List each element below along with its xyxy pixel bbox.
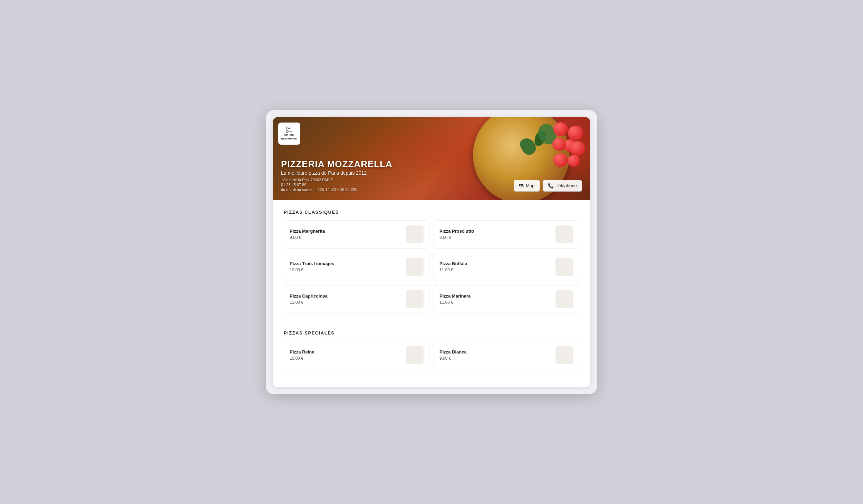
list-item[interactable]: Pizza Trois fromages 10.00 € (284, 253, 429, 281)
list-item[interactable]: Pizza Marinara 11.00 € (434, 285, 579, 313)
section-speciales: PIZZAS SPECIALES Pizza Reine 10.00 € Piz… (284, 330, 579, 369)
menu-item-image (406, 346, 424, 364)
list-item[interactable]: Pizza Capricciosa 11.00 € (284, 285, 429, 313)
menu-item-info: Pizza Marinara 11.00 € (439, 293, 471, 305)
tomato-7 (553, 153, 568, 167)
hero-section: HIB UTIK RESTAURANT PIZZERIA MOZZARELLA … (273, 117, 590, 200)
menu-item-name: Pizza Reine (290, 349, 314, 355)
menu-item-price: 11.00 € (439, 268, 467, 272)
hero-title: PIZZERIA MOZZARELLA (281, 159, 392, 169)
svg-point-0 (286, 127, 288, 129)
restaurant-card: HIB UTIK RESTAURANT PIZZERIA MOZZARELLA … (273, 117, 590, 387)
list-item[interactable]: Pizza Margherita 9.00 € (284, 220, 429, 249)
menu-item-name: Pizza Bianca (439, 349, 467, 355)
menu-item-info: Pizza Prosciutto 9.00 € (439, 229, 474, 240)
menu-section: PIZZAS CLASSIQUES Pizza Margherita 9.00 … (273, 200, 590, 387)
tomato-6 (568, 155, 580, 167)
menu-item-info: Pizza Trois fromages 10.00 € (290, 261, 334, 272)
telephone-button[interactable]: 📞 Téléphone (543, 180, 582, 192)
telephone-button-label: Téléphone (556, 183, 577, 188)
menu-item-name: Pizza Buffala (439, 261, 467, 266)
menu-item-info: Pizza Capricciosa 11.00 € (290, 293, 328, 305)
hero-subtitle: La meilleure pizza de Paris depuis 2012 (281, 170, 392, 176)
menu-item-price: 10.00 € (290, 356, 314, 361)
menu-item-name: Pizza Prosciutto (439, 229, 474, 234)
map-icon: 🗺 (519, 183, 524, 188)
menu-item-price: 11.00 € (290, 300, 328, 305)
hero-content: PIZZERIA MOZZARELLA La meilleure pizza d… (281, 159, 392, 192)
tomato-plate (539, 120, 587, 190)
menu-item-image (406, 225, 424, 243)
tomato-2 (553, 122, 568, 136)
menu-item-image (406, 290, 424, 308)
tomato-5 (552, 138, 566, 151)
menu-item-name: Pizza Margherita (290, 229, 325, 234)
hero-hours: du mardi au samedi - 12h-14h30 / 19h30-2… (281, 187, 392, 192)
menu-item-price: 11.00 € (439, 300, 471, 305)
menu-item-info: Pizza Reine 10.00 € (290, 349, 314, 361)
tomato-4 (570, 141, 585, 156)
svg-line-3 (288, 131, 292, 132)
menu-item-name: Pizza Marinara (439, 293, 471, 299)
svg-line-2 (288, 128, 292, 129)
hero-buttons: 🗺 Map 📞 Téléphone (514, 180, 582, 192)
menu-item-image (555, 346, 573, 364)
speciales-grid: Pizza Reine 10.00 € Pizza Bianca 9.00 € (284, 341, 579, 369)
hero-address: 12 rue de la Paix 75002 PARIS (281, 178, 392, 182)
menu-item-price: 9.00 € (290, 235, 325, 240)
menu-item-name: Pizza Trois fromages (290, 261, 334, 266)
restaurant-logo: HIB UTIK RESTAURANT (278, 123, 300, 145)
map-button[interactable]: 🗺 Map (514, 180, 540, 192)
list-item[interactable]: Pizza Reine 10.00 € (284, 341, 429, 369)
list-item[interactable]: Pizza Bianca 9.00 € (434, 341, 579, 369)
menu-item-image (406, 258, 424, 276)
menu-item-image (555, 258, 573, 276)
menu-item-price: 9.00 € (439, 356, 467, 361)
menu-item-info: Pizza Margherita 9.00 € (290, 229, 325, 240)
device-frame: HIB UTIK RESTAURANT PIZZERIA MOZZARELLA … (266, 110, 597, 394)
menu-item-info: Pizza Bianca 9.00 € (439, 349, 467, 361)
hero-phone: 01 23 45 67 89 (281, 183, 392, 187)
section-speciales-title: PIZZAS SPECIALES (284, 330, 579, 336)
menu-item-price: 10.00 € (290, 268, 334, 272)
section-classiques-title: PIZZAS CLASSIQUES (284, 210, 579, 215)
logo-text: HIB UTIK RESTAURANT (278, 125, 300, 141)
menu-item-info: Pizza Buffala 11.00 € (439, 261, 467, 272)
menu-item-image (555, 290, 573, 308)
phone-icon: 📞 (548, 183, 554, 188)
menu-item-name: Pizza Capricciosa (290, 293, 328, 299)
section-divider (284, 322, 579, 322)
svg-point-1 (286, 130, 288, 133)
menu-item-price: 9.00 € (439, 235, 474, 240)
menu-item-image (555, 225, 573, 243)
tomato-1 (568, 126, 583, 140)
map-button-label: Map (526, 183, 534, 188)
list-item[interactable]: Pizza Buffala 11.00 € (434, 253, 579, 281)
list-item[interactable]: Pizza Prosciutto 9.00 € (434, 220, 579, 249)
classiques-grid: Pizza Margherita 9.00 € Pizza Prosciutto… (284, 220, 579, 313)
section-classiques: PIZZAS CLASSIQUES Pizza Margherita 9.00 … (284, 210, 579, 313)
